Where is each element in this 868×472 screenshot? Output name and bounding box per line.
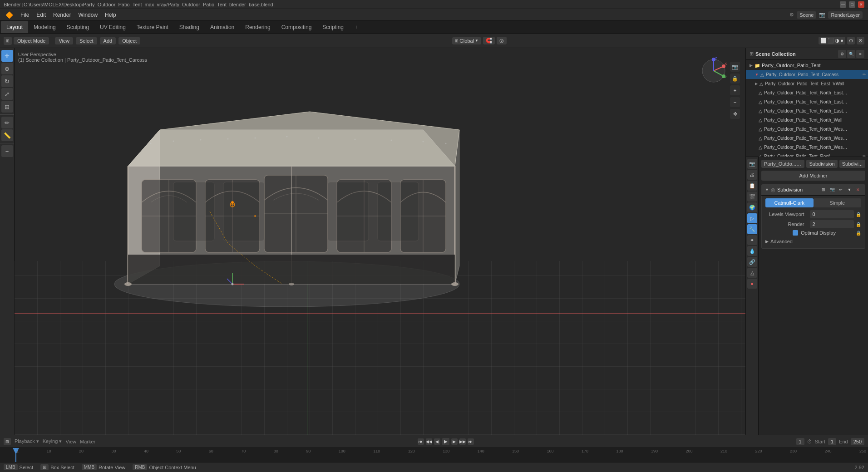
timeline-type-icon[interactable]: ⊞: [4, 438, 11, 445]
tab-sculpting[interactable]: Sculpting: [61, 21, 94, 33]
outliner-item-carcass[interactable]: ▼ △ Party_Outdoor_Patio_Tent_Carcass ✏: [746, 70, 868, 79]
modifier-remove-btn[interactable]: ✕: [854, 186, 862, 193]
lock-view-icon[interactable]: 🔒: [730, 74, 740, 84]
render-lock[interactable]: 🔒: [856, 222, 861, 227]
transform-tool[interactable]: ⊞: [1, 101, 13, 113]
outliner-item-north-west-p[interactable]: △ Party_Outdoor_Patio_Tent_North_West_P: [746, 133, 868, 143]
search-toggle-btn[interactable]: 🔍: [847, 50, 855, 58]
renderlayer-selector[interactable]: RenderLayer: [828, 11, 863, 19]
menu-render[interactable]: Render: [49, 11, 74, 19]
minimize-button[interactable]: —: [840, 1, 846, 8]
tab-layout[interactable]: Layout: [1, 21, 28, 33]
outliner-item-north-west-v[interactable]: △ Party_Outdoor_Patio_Tent_North_West_V: [746, 143, 868, 152]
prop-output-icon[interactable]: 🖨: [747, 170, 757, 180]
proportional-edit[interactable]: ◎: [497, 37, 507, 44]
tab-animation[interactable]: Animation: [205, 21, 240, 33]
prop-particles-icon[interactable]: ✦: [747, 235, 757, 245]
prev-frame-btn[interactable]: ◀: [434, 438, 440, 445]
modifier-render-btn[interactable]: 📷: [829, 186, 836, 193]
blender-logo[interactable]: 🔶: [2, 10, 17, 20]
outliner-item-north-east-w[interactable]: △ Party_Outdoor_Patio_Tent_North_East_W: [746, 106, 868, 115]
tab-uv-editing[interactable]: UV Editing: [94, 21, 131, 33]
optimal-display-lock[interactable]: 🔒: [856, 231, 861, 236]
prop-constraints-icon[interactable]: 🔗: [747, 257, 757, 267]
material-btn[interactable]: ◑: [835, 38, 839, 44]
solid-btn[interactable]: ⬛: [828, 38, 834, 44]
tab-compositing[interactable]: Compositing: [276, 21, 317, 33]
view-menu[interactable]: View: [55, 37, 73, 44]
modifier-down-btn[interactable]: ▼: [846, 186, 853, 193]
filter-options-btn[interactable]: ⚙: [838, 50, 846, 58]
playback-menu[interactable]: Playback ▾: [15, 438, 39, 444]
move-tool[interactable]: ⊕: [1, 63, 13, 74]
modifier-edit-btn[interactable]: ✏: [837, 186, 844, 193]
modifier-collapse-arrow[interactable]: ▼: [765, 187, 769, 192]
add-modifier-button[interactable]: Add Modifier: [761, 171, 865, 181]
outliner-item-north-east-pi[interactable]: △ Party_Outdoor_Patio_Tent_North_East_PI: [746, 97, 868, 106]
viewport-type-icon[interactable]: ⊞: [4, 37, 12, 45]
rendered-btn[interactable]: ●: [840, 38, 843, 44]
tab-texture-paint[interactable]: Texture Paint: [131, 21, 174, 33]
snap-toggle[interactable]: 🧲: [483, 37, 495, 44]
filter-btn[interactable]: ≡: [856, 50, 864, 58]
add-menu[interactable]: Add: [100, 37, 116, 44]
simple-btn[interactable]: Simple: [814, 198, 862, 207]
tab-rendering[interactable]: Rendering: [240, 21, 276, 33]
close-button[interactable]: ✕: [858, 1, 864, 8]
timeline-view-menu[interactable]: View: [65, 439, 76, 444]
tab-shading[interactable]: Shading: [174, 21, 205, 33]
overlay-toggle[interactable]: ⊙: [847, 37, 855, 44]
advanced-section[interactable]: ▶ Advanced: [765, 237, 861, 246]
render-value[interactable]: 2: [810, 220, 854, 228]
scale-tool[interactable]: ⤢: [1, 88, 13, 100]
catmull-clark-btn[interactable]: Catmull-Clark: [765, 198, 814, 207]
menu-edit[interactable]: Edit: [33, 11, 49, 19]
camera-icon[interactable]: 📷: [730, 62, 740, 72]
cursor-tool[interactable]: ✛: [1, 50, 13, 62]
maximize-button[interactable]: □: [849, 1, 855, 8]
zoom-in-icon[interactable]: +: [730, 85, 740, 95]
scene-selector[interactable]: Scene: [797, 11, 816, 19]
prop-render-icon[interactable]: 📷: [747, 159, 757, 169]
outliner-item-north-west-c[interactable]: △ Party_Outdoor_Patio_Tent_North_West_C: [746, 124, 868, 133]
current-frame-field[interactable]: 1: [796, 438, 804, 445]
menu-help[interactable]: Help: [101, 11, 120, 19]
jump-end-btn[interactable]: ⏭: [468, 438, 474, 445]
object-name-field[interactable]: Party_Outdo...Tent_Carcass: [761, 160, 804, 168]
object-menu[interactable]: Object: [118, 37, 140, 44]
next-frame-btn[interactable]: ▶: [451, 438, 458, 445]
outliner-item-north-wall[interactable]: △ Party_Outdoor_Patio_Tent_North_Wall: [746, 115, 868, 124]
global-selector[interactable]: ⊞ Global ▼: [452, 37, 481, 44]
wireframe-btn[interactable]: ⬜: [820, 38, 827, 44]
menu-window[interactable]: Window: [74, 11, 101, 19]
marker-menu[interactable]: Marker: [80, 439, 95, 444]
start-frame-field[interactable]: 1: [828, 438, 836, 445]
xray-toggle[interactable]: ⊗: [857, 37, 864, 44]
play-btn[interactable]: ▶: [442, 438, 449, 445]
prop-view-layer-icon[interactable]: 📋: [747, 181, 757, 191]
prop-data-icon[interactable]: △: [747, 268, 757, 278]
outliner-collection[interactable]: ▶ 📁 Party_Outdoor_Patio_Tent: [746, 61, 868, 70]
prop-physics-icon[interactable]: 💧: [747, 246, 757, 256]
annotate-tool[interactable]: ✏: [1, 117, 13, 128]
viewport-canvas[interactable]: User Perspective (1) Scene Collection | …: [15, 48, 745, 435]
tab-add-workspace[interactable]: +: [349, 21, 363, 33]
select-menu[interactable]: Select: [76, 37, 97, 44]
tab-scripting[interactable]: Scripting: [317, 21, 349, 33]
prop-modifier-icon[interactable]: 🔧: [747, 224, 757, 234]
jump-start-btn[interactable]: ⏮: [418, 438, 424, 445]
outliner-item-east-vwall[interactable]: ▶ △ Party_Outdoor_Patio_Tent_East_VWall: [746, 79, 868, 88]
pan-icon[interactable]: ✥: [730, 109, 740, 119]
add-object-tool[interactable]: +: [1, 145, 13, 157]
next-keyframe-btn[interactable]: ▶▶: [459, 438, 466, 445]
viewport-gizmo[interactable]: X Y Z: [700, 57, 727, 84]
prop-material-icon[interactable]: ●: [747, 279, 757, 289]
prev-keyframe-btn[interactable]: ◀◀: [426, 438, 432, 445]
prop-scene-icon[interactable]: 🎬: [747, 192, 757, 202]
keying-menu[interactable]: Keying ▾: [43, 438, 62, 444]
levels-viewport-lock[interactable]: 🔒: [856, 212, 861, 217]
outliner-item-north-east-c[interactable]: △ Party_Outdoor_Patio_Tent_North_East_C: [746, 88, 868, 97]
prop-world-icon[interactable]: 🌍: [747, 202, 757, 212]
measure-tool[interactable]: 📏: [1, 129, 13, 141]
end-frame-field[interactable]: 250: [851, 438, 864, 445]
